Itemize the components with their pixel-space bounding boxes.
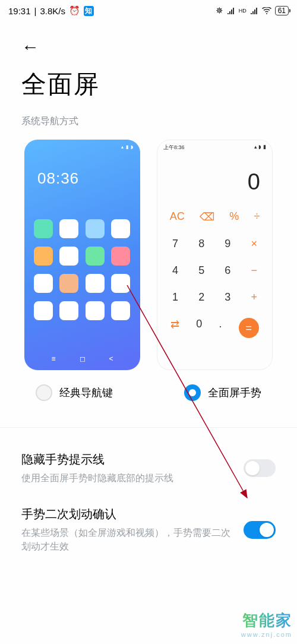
preview-nav-bar: ≡ ◻ < [24,355,140,363]
watermark-url: www.znj.com [241,631,292,638]
calc-key: 4 [172,264,178,277]
section-label: 系统导航方式 [0,115,297,140]
setting-description: 使用全面屏手势时隐藏底部的提示线 [21,471,233,485]
preview-app-icon [86,301,105,320]
preview-status-icons: ▴ ◗ ▮ [254,144,266,151]
calc-key: 7 [172,238,178,250]
home-icon: ◻ [80,355,86,363]
radio-unchecked-icon [36,384,52,401]
watermark: 智能家 www.znj.com [241,610,292,638]
calc-key: . [219,318,222,338]
preview-gesture-nav[interactable]: 上午8:36 ▴ ◗ ▮ 0 AC⌫%÷789×456−123+⇄0.= [157,140,273,370]
calc-key: % [229,210,239,223]
calc-keypad: AC⌫%÷789×456−123+⇄0.= [157,203,272,345]
status-right: ✵ HD 61 [216,5,289,16]
preview-app-icon [111,274,130,293]
calc-key: 5 [198,264,204,277]
zhihu-icon: 知 [84,6,94,16]
calc-key: 9 [225,238,230,250]
back-icon: < [109,355,113,363]
status-bar: 19:31 | 3.8K/s ⏰ 知 ✵ HD 61 [0,0,297,19]
preview-app-icon [86,247,105,266]
preview-clock: 08:36 [37,169,79,188]
signal-hd-icon: HD [239,8,247,14]
setting-title: 隐藏手势提示线 [21,452,233,468]
setting-double-swipe-confirm[interactable]: 手势二次划动确认 在某些场景（如全屏游戏和视频），手势需要二次划动才生效 [0,506,297,574]
preview-app-icon [111,301,130,320]
toggle-knob [260,523,274,537]
radio-classic-nav[interactable]: 经典导航键 [0,384,148,401]
preview-app-icon [34,301,53,320]
signal-icon [227,6,235,16]
preview-app-icon [86,274,105,293]
back-arrow-icon: ← [21,37,39,56]
setting-hide-hint-line[interactable]: 隐藏手势提示线 使用全面屏手势时隐藏底部的提示线 [0,452,297,506]
calc-key: = [239,318,259,338]
calc-key: 0 [196,318,202,338]
preview-app-icon [86,219,105,238]
calc-key: ⌫ [200,210,214,223]
signal-icon-2 [250,6,258,16]
preview-gesture-status: 上午8:36 ▴ ◗ ▮ [157,140,272,155]
calc-key: 2 [198,291,204,304]
calc-key: 6 [225,264,230,277]
preview-app-icon [111,219,130,238]
preview-app-icon [59,219,78,238]
calc-display: 0 [157,155,272,203]
preview-app-icon [34,274,53,293]
setting-description: 在某些场景（如全屏游戏和视频），手势需要二次划动才生效 [21,526,233,553]
status-speed: 3.8K/s [40,6,65,16]
preview-app-grid [34,219,131,320]
preview-status-icons: ▴▮◗ [121,144,133,150]
nav-mode-options: 经典导航键 全面屏手势 [0,370,297,427]
bluetooth-icon: ✵ [216,5,223,16]
calc-key: 3 [225,291,230,304]
toggle-double-swipe[interactable] [244,521,276,539]
calc-key: × [251,238,257,250]
preview-app-icon [59,274,78,293]
back-button[interactable]: ← [0,19,297,63]
menu-icon: ≡ [51,355,55,363]
page-title: 全面屏 [0,63,297,115]
radio-label: 经典导航键 [59,386,113,400]
calc-key: 1 [172,291,178,304]
preview-container: ▴▮◗ 08:36 ≡ ◻ < 上午8:36 ▴ ◗ ▮ 0 AC⌫%÷789×… [0,140,297,370]
calc-key: + [251,291,257,304]
toggle-knob [245,461,260,475]
preview-app-icon [34,219,53,238]
radio-gesture-nav[interactable]: 全面屏手势 [148,384,297,401]
alarm-icon: ⏰ [69,5,80,16]
calc-key: − [251,264,257,277]
status-left: 19:31 | 3.8K/s ⏰ 知 [8,5,94,16]
wifi-icon [262,6,271,16]
watermark-text: 智能家 [241,610,292,631]
toggle-hide-hint[interactable] [244,459,276,477]
preview-app-icon [59,247,78,266]
divider [0,427,297,428]
calc-key: AC [170,210,185,223]
status-time: 19:31 [8,6,31,16]
calc-key: ⇄ [170,318,179,338]
preview-app-icon [59,301,78,320]
setting-title: 手势二次划动确认 [21,506,233,522]
battery-icon: 61 [275,6,289,15]
radio-checked-icon [184,384,201,401]
preview-app-icon [111,247,130,266]
preview-app-icon [34,247,53,266]
radio-label: 全面屏手势 [208,386,261,400]
calc-key: ÷ [254,210,260,223]
calc-key: 8 [198,238,204,250]
preview-classic-nav[interactable]: ▴▮◗ 08:36 ≡ ◻ < [24,140,140,370]
